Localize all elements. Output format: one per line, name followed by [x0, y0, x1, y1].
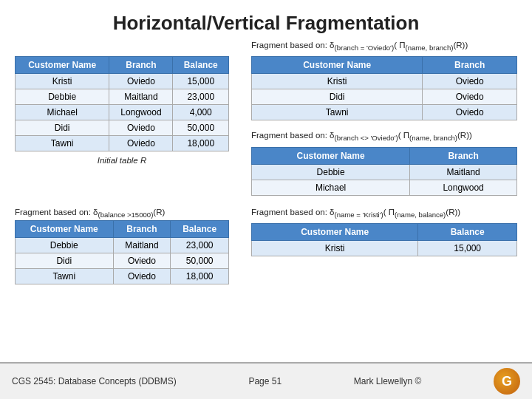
fragment4-header-name: Customer Name [252, 223, 418, 240]
table-row: MichaelLongwood [252, 180, 517, 195]
fragment2-table: Customer Name Branch DebbieMaitlandMicha… [251, 147, 517, 196]
fragment2-header-branch: Branch [410, 147, 517, 164]
table-row: MichaelLongwood4,000 [16, 105, 229, 120]
fragment4-table: Customer Name Balance Kristi15,000 [251, 223, 517, 256]
table-row: TawniOviedo18,000 [16, 136, 229, 151]
fragment1-header-branch: Branch [423, 57, 517, 74]
fragment3-table: Customer Name Branch Balance DebbieMaitl… [15, 220, 229, 284]
initial-table-header-balance: Balance [173, 57, 229, 74]
table-row: DebbieMaitland23,000 [16, 89, 229, 105]
table-row: KristiOviedo [252, 74, 517, 89]
table-row: DidiOviedo50,000 [16, 253, 229, 268]
table-row: KristiOviedo15,000 [16, 74, 229, 89]
fragment3-header-name: Customer Name [16, 220, 114, 237]
fragment1-label: Fragment based on: δ(branch = 'Oviedo')(… [251, 41, 517, 52]
page-title: Horizontal/Vertical Fragmentation [0, 0, 532, 41]
footer: CGS 2545: Database Concepts (DDBMS) Page… [0, 362, 532, 399]
fragment4-header-balance: Balance [418, 223, 517, 240]
initial-table: Customer Name Branch Balance KristiOvied… [15, 56, 229, 151]
fragment1-table: Customer Name Branch KristiOviedoDidiOvi… [251, 56, 517, 120]
table-row: Kristi15,000 [252, 240, 517, 256]
fragment3-header-branch: Branch [113, 220, 171, 237]
table-row: TawniOviedo18,000 [16, 268, 229, 284]
footer-logo: G [494, 368, 520, 395]
footer-center: Page 51 [248, 376, 282, 386]
fragment4-label: Fragment based on: δ(name = 'Kristi')( Π… [251, 208, 517, 219]
footer-right: Mark Llewellyn © [354, 376, 422, 386]
table-row: DidiOviedo50,000 [16, 120, 229, 136]
initial-table-header-name: Customer Name [16, 57, 109, 74]
table-row: TawniOviedo [252, 105, 517, 120]
initial-table-header-branch: Branch [109, 57, 173, 74]
table-row: DidiOviedo [252, 89, 517, 105]
initial-table-label: Initial table R [15, 156, 229, 165]
fragment3-header-balance: Balance [171, 220, 229, 237]
fragment2-label: Fragment based on: δ(branch <> 'Oviedo')… [251, 131, 517, 142]
table-row: DebbieMaitland23,000 [16, 237, 229, 253]
fragment2-header-name: Customer Name [252, 147, 410, 164]
footer-left: CGS 2545: Database Concepts (DDBMS) [12, 376, 177, 386]
fragment3-label: Fragment based on: δ(balance >15000)(R) [15, 208, 229, 219]
table-row: DebbieMaitland [252, 164, 517, 180]
fragment1-header-name: Customer Name [252, 57, 423, 74]
